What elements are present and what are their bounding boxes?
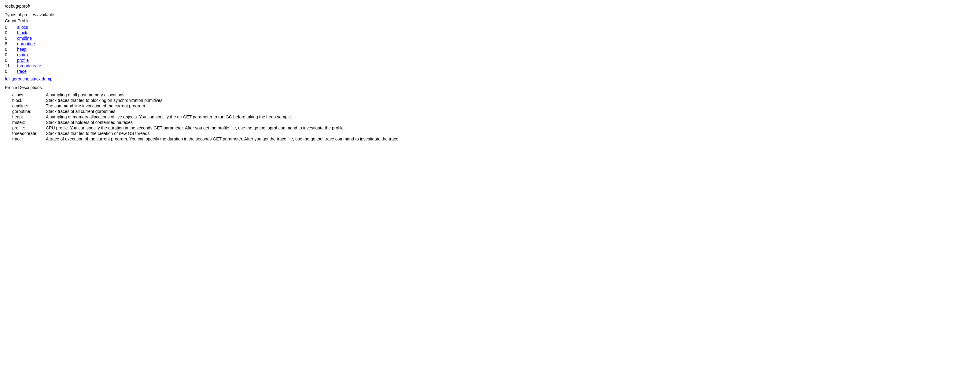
list-item: profile:CPU profile. You can specify the…	[12, 125, 975, 130]
page-path: /debug/pprof/	[5, 4, 975, 9]
desc-value: Stack traces of all current goroutines	[46, 109, 115, 114]
desc-value: Stack traces of holders of contended mut…	[46, 120, 133, 125]
profile-link-cell: threadcreate	[17, 63, 44, 69]
table-row: 11threadcreate	[5, 63, 44, 69]
full-goroutine-dump-link[interactable]: full goroutine stack dump	[5, 77, 975, 81]
desc-key: cmdline:	[12, 104, 46, 108]
list-item: mutex:Stack traces of holders of contend…	[12, 120, 975, 125]
profile-table: 0allocs0block0cmdline8goroutine0heap0mut…	[5, 24, 44, 74]
list-item: goroutine:Stack traces of all current go…	[12, 109, 975, 114]
descriptions-list: allocs:A sampling of all past memory all…	[5, 93, 975, 141]
list-item: block:Stack traces that led to blocking …	[12, 98, 975, 103]
table-row: 0allocs	[5, 24, 44, 30]
table-header: Count Profile	[5, 18, 975, 23]
profile-count: 0	[5, 24, 17, 30]
desc-key: goroutine:	[12, 109, 46, 114]
desc-key: threadcreate:	[12, 131, 46, 136]
profile-link-trace[interactable]: trace	[17, 69, 27, 74]
profile-count: 0	[5, 30, 17, 35]
table-row: 0cmdline	[5, 35, 44, 41]
profile-link-cell: block	[17, 30, 44, 35]
profile-count: 0	[5, 69, 17, 74]
desc-value: Stack traces that led to blocking on syn…	[46, 98, 162, 103]
profile-link-cell: goroutine	[17, 41, 44, 46]
profile-link-cell: profile	[17, 57, 44, 63]
profile-link-profile[interactable]: profile	[17, 58, 29, 63]
desc-value: CPU profile. You can specify the duratio…	[46, 125, 345, 130]
table-row: 8goroutine	[5, 41, 44, 46]
profile-count: 11	[5, 63, 17, 69]
desc-value: The command line invocation of the curre…	[46, 104, 145, 108]
profile-count: 0	[5, 35, 17, 41]
profile-link-mutex[interactable]: mutex	[17, 52, 29, 57]
profile-link-heap[interactable]: heap	[17, 47, 27, 52]
desc-value: A sampling of all past memory allocation…	[46, 93, 124, 97]
profile-link-allocs[interactable]: allocs	[17, 25, 28, 30]
desc-key: profile:	[12, 125, 46, 130]
profile-link-cmdline[interactable]: cmdline	[17, 36, 32, 41]
desc-value: Stack traces that led to the creation of…	[46, 131, 150, 136]
profile-count: 0	[5, 46, 17, 52]
list-item: allocs:A sampling of all past memory all…	[12, 93, 975, 97]
list-item: heap:A sampling of memory allocations of…	[12, 115, 975, 119]
desc-key: allocs:	[12, 93, 46, 97]
table-row: 0profile	[5, 57, 44, 63]
descriptions-title: Profile Descriptions:	[5, 85, 975, 90]
desc-key: trace:	[12, 136, 46, 141]
list-item: threadcreate:Stack traces that led to th…	[12, 131, 975, 136]
desc-key: block:	[12, 98, 46, 103]
table-row: 0trace	[5, 69, 44, 74]
profile-link-threadcreate[interactable]: threadcreate	[17, 63, 41, 68]
section-types-title: Types of profiles available:	[5, 12, 975, 17]
profile-count: 8	[5, 41, 17, 46]
desc-value: A trace of execution of the current prog…	[46, 136, 399, 141]
profile-link-cell: mutex	[17, 52, 44, 57]
list-item: cmdline:The command line invocation of t…	[12, 104, 975, 108]
table-row: 0mutex	[5, 52, 44, 57]
table-row: 0block	[5, 30, 44, 35]
desc-key: heap:	[12, 115, 46, 119]
profile-link-goroutine[interactable]: goroutine	[17, 41, 35, 46]
list-item: trace:A trace of execution of the curren…	[12, 136, 975, 141]
profile-count: 0	[5, 52, 17, 57]
profile-link-block[interactable]: block	[17, 30, 27, 35]
profile-link-cell: cmdline	[17, 35, 44, 41]
profile-count: 0	[5, 57, 17, 63]
profile-link-cell: trace	[17, 69, 44, 74]
profile-link-cell: heap	[17, 46, 44, 52]
profile-link-cell: allocs	[17, 24, 44, 30]
desc-key: mutex:	[12, 120, 46, 125]
table-row: 0heap	[5, 46, 44, 52]
desc-value: A sampling of memory allocations of live…	[46, 115, 292, 119]
